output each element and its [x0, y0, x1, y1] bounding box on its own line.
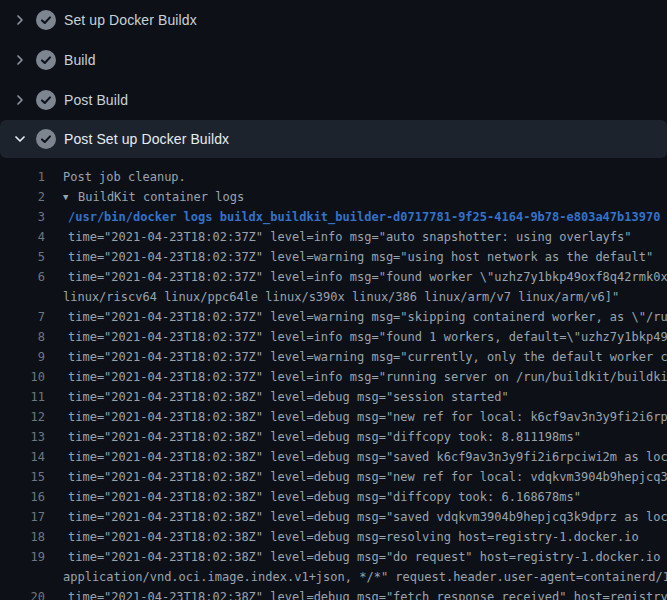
step-header[interactable]: Post Build: [0, 80, 667, 120]
log-line-text: time="2021-04-23T18:02:38Z" level=debug …: [68, 387, 509, 407]
log-line-text: time="2021-04-23T18:02:38Z" level=debug …: [68, 407, 667, 427]
log-line: 12 time="2021-04-23T18:02:38Z" level=deb…: [0, 407, 667, 427]
log-line-text: time="2021-04-23T18:02:37Z" level=info m…: [68, 367, 667, 387]
log-line: 5 time="2021-04-23T18:02:37Z" level=warn…: [0, 247, 667, 267]
log-line-number[interactable]: 3: [0, 207, 45, 227]
log-line-text: linux/riscv64 linux/ppc64le linux/s390x …: [63, 287, 619, 307]
log-line: application/vnd.oci.image.index.v1+json,…: [0, 567, 667, 587]
log-line-text: time="2021-04-23T18:02:38Z" level=debug …: [68, 447, 667, 467]
log-line: 7 time="2021-04-23T18:02:37Z" level=warn…: [0, 307, 667, 327]
log-line: 3 /usr/bin/docker logs buildx_buildkit_b…: [0, 207, 667, 227]
log-line: 20 time="2021-04-23T18:02:38Z" level=deb…: [0, 587, 667, 600]
log-line-text: /usr/bin/docker logs buildx_buildkit_bui…: [68, 207, 660, 227]
log-line-number[interactable]: 18: [0, 527, 45, 547]
log-line: 11 time="2021-04-23T18:02:38Z" level=deb…: [0, 387, 667, 407]
log-line-text: time="2021-04-23T18:02:38Z" level=debug …: [68, 487, 581, 507]
log-line-text: application/vnd.oci.image.index.v1+json,…: [63, 567, 667, 587]
step-label: Post Build: [64, 92, 128, 108]
log-line-number[interactable]: 14: [0, 447, 45, 467]
log-line-number[interactable]: [0, 287, 45, 307]
step-header[interactable]: Build: [0, 40, 667, 80]
log-line-text: time="2021-04-23T18:02:37Z" level=warnin…: [68, 347, 667, 367]
log-line-number[interactable]: 9: [0, 347, 45, 367]
check-circle-icon: [36, 129, 56, 149]
chevron-right-icon: [12, 12, 28, 28]
chevron-down-icon: [12, 131, 28, 147]
log-line-text: time="2021-04-23T18:02:38Z" level=debug …: [68, 507, 667, 527]
log-line-number[interactable]: 12: [0, 407, 45, 427]
log-line-number[interactable]: 10: [0, 367, 45, 387]
log-line: 14 time="2021-04-23T18:02:38Z" level=deb…: [0, 447, 667, 467]
log-line-number[interactable]: 7: [0, 307, 45, 327]
log-line: 4 time="2021-04-23T18:02:37Z" level=info…: [0, 227, 667, 247]
log-line: 17 time="2021-04-23T18:02:38Z" level=deb…: [0, 507, 667, 527]
log-line: 10 time="2021-04-23T18:02:37Z" level=inf…: [0, 367, 667, 387]
step-label: Post Set up Docker Buildx: [64, 131, 229, 147]
log-line-text: Post job cleanup.: [63, 167, 186, 187]
log-line-number[interactable]: 16: [0, 487, 45, 507]
log-line-text: ▼BuildKit container logs: [63, 187, 244, 207]
log-line-text: time="2021-04-23T18:02:37Z" level=info m…: [68, 267, 667, 287]
log-line-text: time="2021-04-23T18:02:38Z" level=debug …: [68, 547, 667, 567]
log-line-text: time="2021-04-23T18:02:38Z" level=debug …: [68, 427, 581, 447]
log-line: 16 time="2021-04-23T18:02:38Z" level=deb…: [0, 487, 667, 507]
log-line-text: time="2021-04-23T18:02:37Z" level=info m…: [68, 227, 632, 247]
chevron-right-icon: [12, 52, 28, 68]
log-line-number[interactable]: 20: [0, 587, 45, 600]
log-line-text: time="2021-04-23T18:02:38Z" level=debug …: [68, 467, 667, 487]
log-line-number[interactable]: 1: [0, 167, 45, 187]
check-circle-icon: [36, 10, 56, 30]
log-line-number[interactable]: 6: [0, 267, 45, 287]
check-circle-icon: [36, 50, 56, 70]
chevron-right-icon: [12, 92, 28, 108]
log-line-number[interactable]: 11: [0, 387, 45, 407]
log-line: 6 time="2021-04-23T18:02:37Z" level=info…: [0, 267, 667, 287]
log-group-title[interactable]: BuildKit container logs: [78, 190, 244, 204]
log-line: 8 time="2021-04-23T18:02:37Z" level=info…: [0, 327, 667, 347]
log-line: 2 ▼BuildKit container logs: [0, 187, 667, 207]
log-line-number[interactable]: 15: [0, 467, 45, 487]
log-group-toggle-icon[interactable]: ▼: [63, 187, 78, 207]
log-line: 18 time="2021-04-23T18:02:38Z" level=deb…: [0, 527, 667, 547]
log-line: 15 time="2021-04-23T18:02:38Z" level=deb…: [0, 467, 667, 487]
step-label: Build: [64, 52, 96, 68]
log-line-text: time="2021-04-23T18:02:37Z" level=warnin…: [68, 307, 667, 327]
log-line-number[interactable]: [0, 567, 45, 587]
log-line-text: time="2021-04-23T18:02:38Z" level=debug …: [68, 587, 667, 600]
log-line-text: time="2021-04-23T18:02:38Z" level=debug …: [68, 527, 639, 547]
log-line-number[interactable]: 13: [0, 427, 45, 447]
steps-list: Set up Docker Buildx Build P: [0, 0, 667, 158]
check-circle-icon: [36, 90, 56, 110]
log-line-number[interactable]: 5: [0, 247, 45, 267]
log-line-number[interactable]: 17: [0, 507, 45, 527]
log-line: 13 time="2021-04-23T18:02:38Z" level=deb…: [0, 427, 667, 447]
step-label: Set up Docker Buildx: [64, 12, 197, 28]
log-line-text: time="2021-04-23T18:02:37Z" level=info m…: [68, 327, 667, 347]
log-viewer: 1 Post job cleanup. 2 ▼BuildKit containe…: [0, 158, 667, 600]
log-line: linux/riscv64 linux/ppc64le linux/s390x …: [0, 287, 667, 307]
actions-log-viewer: Set up Docker Buildx Build P: [0, 0, 667, 600]
step-header[interactable]: Set up Docker Buildx: [0, 0, 667, 40]
log-line: 19 time="2021-04-23T18:02:38Z" level=deb…: [0, 547, 667, 567]
log-line: 1 Post job cleanup.: [0, 167, 667, 187]
step-header[interactable]: Post Set up Docker Buildx: [0, 120, 667, 158]
log-line-number[interactable]: 8: [0, 327, 45, 347]
log-line: 9 time="2021-04-23T18:02:37Z" level=warn…: [0, 347, 667, 367]
log-line-number[interactable]: 19: [0, 547, 45, 567]
log-line-number[interactable]: 2: [0, 187, 45, 207]
log-line-text: time="2021-04-23T18:02:37Z" level=warnin…: [68, 247, 653, 267]
log-line-number[interactable]: 4: [0, 227, 45, 247]
